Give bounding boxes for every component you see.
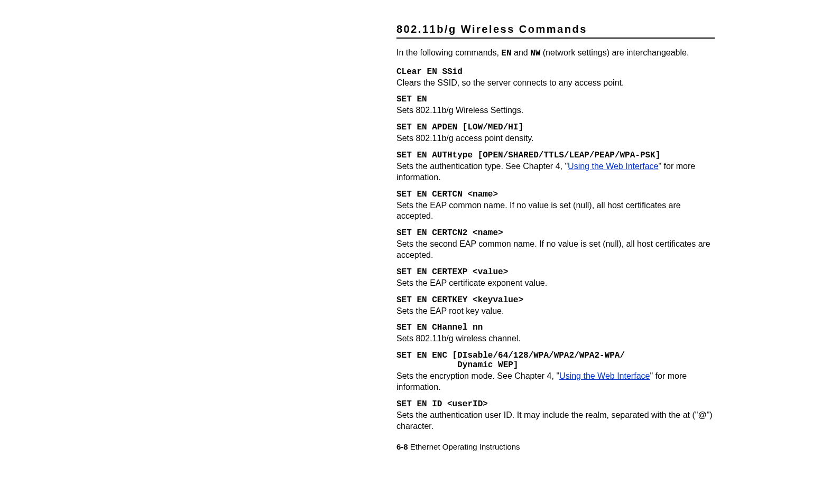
intro-text-post: (network settings) are interchangeable. [543,48,689,57]
command-syntax: SET EN CERTEXP <value> [396,267,715,277]
command-entry: SET EN ENC [DIsable/64/128/WPA/WPA2/WPA2… [396,351,715,393]
footer-suffix: Ethernet Operating Instructions [408,442,520,451]
command-entry: SET EN ID <userID>Sets the authenticatio… [396,399,715,432]
command-description: Sets the encryption mode. See Chapter 4,… [396,371,715,393]
command-description: Sets the authentication type. See Chapte… [396,161,715,183]
description-text: Sets 802.11b/g access point density. [396,134,533,143]
command-syntax: SET EN CERTKEY <keyvalue> [396,295,715,305]
description-text: Sets the EAP root key value. [396,306,504,315]
page-number: 6-8 [396,442,408,451]
description-text: Sets the EAP certificate exponent value. [396,278,547,287]
description-text: Sets the authentication user ID. It may … [396,410,713,431]
command-entry: SET EN APDEN [LOW/MED/HI]Sets 802.11b/g … [396,123,715,144]
command-entry: SET EN CERTKEY <keyvalue>Sets the EAP ro… [396,295,715,317]
description-text: Sets 802.11b/g Wireless Settings. [396,106,523,115]
command-entry: SET EN CERTCN <name>Sets the EAP common … [396,190,715,222]
description-text: Sets the authentication type. See Chapte… [396,162,568,171]
description-text: Sets the encryption mode. See Chapter 4,… [396,371,559,380]
description-text: Clears the SSID, so the server connects … [396,78,624,87]
command-entry: CLear EN SSidClears the SSID, so the ser… [396,67,715,89]
intro-code-en: EN [501,49,511,58]
command-description: Sets the EAP certificate exponent value. [396,278,715,289]
command-description: Sets the second EAP common name. If no v… [396,239,715,261]
command-syntax: SET EN ID <userID> [396,399,715,409]
command-entry: SET EN CERTCN2 <name>Sets the second EAP… [396,228,715,261]
description-text: Sets 802.11b/g wireless channel. [396,334,521,343]
description-text: Sets the second EAP common name. If no v… [396,239,710,259]
command-entry: SET EN CERTEXP <value>Sets the EAP certi… [396,267,715,289]
document-page: 802.11b/g Wireless Commands In the follo… [0,0,831,504]
command-syntax: SET EN ENC [DIsable/64/128/WPA/WPA2/WPA2… [396,351,715,370]
command-description: Clears the SSID, so the server connects … [396,78,715,89]
cross-reference-link[interactable]: Using the Web Interface [568,162,658,171]
command-description: Sets the EAP root key value. [396,306,715,317]
command-entry: SET EN CHannel nnSets 802.11b/g wireless… [396,323,715,344]
description-text: Sets the EAP common name. If no value is… [396,201,681,221]
command-description: Sets 802.11b/g access point density. [396,133,715,144]
intro-paragraph: In the following commands, EN and NW (ne… [396,47,715,60]
command-syntax: SET EN [396,95,715,104]
command-syntax: SET EN CERTCN <name> [396,190,715,199]
cross-reference-link[interactable]: Using the Web Interface [559,371,650,380]
command-syntax: SET EN AUTHtype [OPEN/SHARED/TTLS/LEAP/P… [396,151,715,160]
intro-code-nw: NW [530,49,540,58]
command-entry: SET EN AUTHtype [OPEN/SHARED/TTLS/LEAP/P… [396,151,715,183]
command-list: CLear EN SSidClears the SSID, so the ser… [396,67,715,432]
command-entry: SET ENSets 802.11b/g Wireless Settings. [396,95,715,116]
command-syntax: SET EN CHannel nn [396,323,715,332]
intro-text-mid: and [514,48,530,57]
command-syntax: CLear EN SSid [396,67,715,77]
command-syntax: SET EN APDEN [LOW/MED/HI] [396,123,715,132]
section-title: 802.11b/g Wireless Commands [396,23,715,39]
command-description: Sets the EAP common name. If no value is… [396,200,715,222]
command-description: Sets 802.11b/g Wireless Settings. [396,105,715,116]
page-footer: 6-8 Ethernet Operating Instructions [396,442,520,451]
command-syntax: SET EN CERTCN2 <name> [396,228,715,238]
command-description: Sets 802.11b/g wireless channel. [396,333,715,344]
command-description: Sets the authentication user ID. It may … [396,410,715,432]
intro-text-pre: In the following commands, [396,48,501,57]
